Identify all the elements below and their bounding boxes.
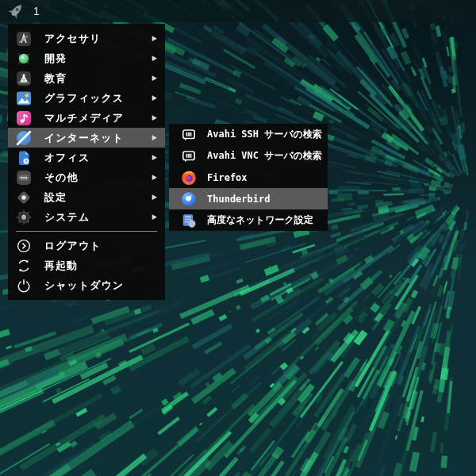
- menu-item-label: アクセサリ: [44, 32, 102, 46]
- menu-item-logout[interactable]: ログアウト: [8, 236, 165, 255]
- avahi-ssh-icon: [181, 127, 197, 143]
- shutdown-icon: [16, 278, 32, 294]
- submenu-item-thunderbird[interactable]: Thunderbird: [169, 188, 328, 209]
- menu-item-label: シャットダウン: [44, 278, 124, 293]
- menu-item-label: マルチメディア: [44, 111, 124, 125]
- menu-item-label: インターネット: [44, 131, 124, 145]
- submenu-item-label: Avahi VNC サーバの検索: [207, 149, 322, 163]
- menu-item-office[interactable]: オフィス ▶: [8, 148, 165, 167]
- submenu-arrow-icon: ▶: [152, 134, 157, 142]
- submenu-item-label: 高度なネットワーク設定: [207, 213, 313, 227]
- app-menu: アクセサリ ▶ 開発 ▶: [8, 24, 165, 300]
- network-settings-icon: [181, 213, 197, 228]
- thunderbird-icon: [181, 191, 197, 207]
- menu-item-restart[interactable]: 再起動: [8, 255, 165, 275]
- menu-item-label: その他: [44, 171, 79, 185]
- menu-item-label: ログアウト: [44, 239, 102, 253]
- menu-item-other[interactable]: その他 ▶: [8, 167, 165, 187]
- submenu-arrow-icon: ▶: [152, 55, 157, 63]
- submenu-item-firefox[interactable]: Firefox: [169, 167, 328, 188]
- submenu-item-avahi-ssh[interactable]: Avahi SSH サーバの検索: [169, 124, 328, 145]
- other-icon: [16, 170, 32, 186]
- submenu-item-network-settings[interactable]: 高度なネットワーク設定: [169, 209, 328, 231]
- office-icon: [16, 150, 32, 166]
- submenu-arrow-icon: ▶: [152, 213, 157, 221]
- menu-item-settings[interactable]: 設定 ▶: [8, 187, 165, 207]
- internet-icon: [16, 130, 32, 146]
- top-panel: 1: [0, 0, 476, 22]
- submenu-arrow-icon: ▶: [152, 114, 157, 122]
- menu-item-label: システム: [44, 210, 90, 225]
- menu-item-education[interactable]: 教育 ▶: [8, 68, 165, 88]
- menu-separator: [16, 231, 157, 232]
- workspace-number[interactable]: 1: [33, 5, 40, 17]
- menu-item-multimedia[interactable]: マルチメディア ▶: [8, 108, 165, 128]
- desktop: 1 アクセサリ ▶: [0, 0, 476, 476]
- settings-icon: [16, 190, 32, 205]
- menu-item-label: 設定: [44, 190, 67, 205]
- internet-submenu: Avahi SSH サーバの検索 Avahi VNC サーバの検索: [169, 124, 328, 231]
- submenu-arrow-icon: ▶: [152, 194, 157, 202]
- submenu-item-label: Thunderbird: [207, 194, 270, 205]
- submenu-item-label: Firefox: [207, 172, 248, 183]
- submenu-item-label: Avahi SSH サーバの検索: [207, 128, 322, 141]
- menu-item-development[interactable]: 開発 ▶: [8, 48, 165, 68]
- submenu-arrow-icon: ▶: [152, 35, 157, 43]
- menu-item-label: オフィス: [44, 151, 90, 165]
- menu-item-graphics[interactable]: グラフィックス ▶: [8, 88, 165, 108]
- education-icon: [16, 71, 32, 86]
- menu-item-label: 再起動: [44, 259, 78, 273]
- multimedia-icon: [16, 110, 32, 126]
- system-icon: [16, 209, 32, 225]
- logout-icon: [16, 238, 32, 254]
- submenu-item-avahi-vnc[interactable]: Avahi VNC サーバの検索: [169, 145, 328, 167]
- submenu-arrow-icon: ▶: [152, 75, 157, 83]
- menu-item-label: グラフィックス: [44, 91, 124, 106]
- menu-item-shutdown[interactable]: シャットダウン: [8, 275, 165, 295]
- graphics-icon: [16, 90, 32, 106]
- submenu-arrow-icon: ▶: [152, 174, 157, 182]
- avahi-vnc-icon: [181, 148, 197, 164]
- menu-item-label: 開発: [44, 52, 67, 66]
- menu-item-internet[interactable]: インターネット ▶: [8, 128, 165, 148]
- submenu-arrow-icon: ▶: [152, 154, 157, 162]
- restart-icon: [16, 258, 32, 274]
- rocket-launcher-icon[interactable]: [6, 2, 25, 21]
- development-icon: [16, 51, 32, 67]
- submenu-arrow-icon: ▶: [152, 94, 157, 102]
- accessories-icon: [16, 31, 32, 47]
- menu-item-label: 教育: [44, 71, 67, 86]
- menu-item-system[interactable]: システム ▶: [8, 207, 165, 227]
- menu-item-accessories[interactable]: アクセサリ ▶: [8, 29, 165, 48]
- firefox-icon: [181, 170, 197, 186]
